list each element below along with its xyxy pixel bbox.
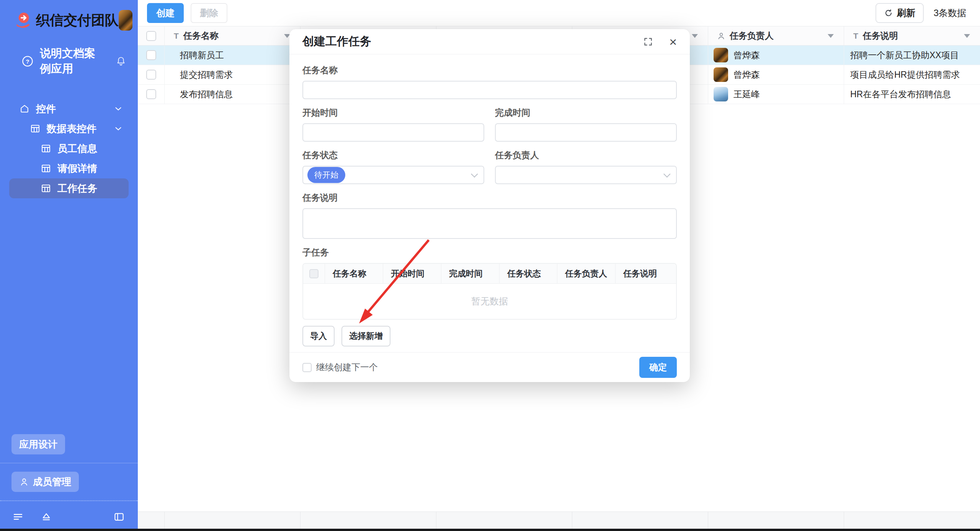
column-header[interactable]: T任务名称 xyxy=(164,26,300,45)
sort-caret-icon[interactable] xyxy=(692,34,698,38)
bell-icon[interactable] xyxy=(116,56,126,67)
column-header[interactable]: 任务负责人 xyxy=(708,26,844,45)
chevron-down-icon xyxy=(471,170,478,177)
app-design-label: 应用设计 xyxy=(19,438,57,451)
start-time-input[interactable] xyxy=(302,123,484,142)
owner-name: 王延峰 xyxy=(733,88,760,100)
field-label-status: 任务状态 xyxy=(302,149,484,161)
sidebar-divider xyxy=(0,463,138,463)
description-cell: 项目成员给HR提供招聘需求 xyxy=(844,65,980,84)
continue-create-checkbox[interactable] xyxy=(302,363,312,372)
task-description: 招聘一个新员工协助XX项目 xyxy=(850,49,959,61)
subtask-column-header: 任务状态 xyxy=(499,264,557,283)
sidebar-item-label: 员工信息 xyxy=(57,142,97,155)
chevron-down-icon[interactable] xyxy=(113,124,123,134)
sidebar-bottom: 应用设计 成员管理 xyxy=(0,434,138,531)
owner-select[interactable] xyxy=(495,166,677,184)
row-checkbox-cell xyxy=(138,65,164,84)
task-name: 提交招聘需求 xyxy=(180,69,233,81)
sidebar: 织信交付团队 ? 说明文档案例应用 控件数据表控件员工信息请假详情工作任务 xyxy=(0,0,138,531)
task-name-cell: 提交招聘需求 xyxy=(164,65,300,84)
select-add-button[interactable]: 选择新增 xyxy=(341,326,390,346)
sidebar-item-work-tasks[interactable]: 工作任务 xyxy=(9,178,129,198)
subtask-column-header: 开始时间 xyxy=(383,264,441,283)
summary-cell xyxy=(844,512,980,531)
row-checkbox[interactable] xyxy=(146,89,156,99)
column-header-label: 任务负责人 xyxy=(730,30,774,42)
refresh-icon xyxy=(884,8,893,18)
sidebar-divider-dashed xyxy=(0,500,138,501)
create-button[interactable]: 创建 xyxy=(147,3,184,23)
task-name-cell: 招聘新员工 xyxy=(164,46,300,65)
text-field-icon: T xyxy=(853,31,858,41)
sort-caret-icon[interactable] xyxy=(964,34,970,38)
import-button[interactable]: 导入 xyxy=(302,326,335,346)
column-header-label: 任务名称 xyxy=(183,30,219,42)
delete-button[interactable]: 删除 xyxy=(191,3,227,23)
select-all-checkbox[interactable] xyxy=(146,31,156,41)
person-icon xyxy=(717,31,726,41)
window-bottom-edge xyxy=(0,529,980,531)
confirm-button[interactable]: 确定 xyxy=(639,357,677,378)
member-manage-button[interactable]: 成员管理 xyxy=(11,472,79,492)
subtask-column-header: 任务说明 xyxy=(615,264,672,283)
owner-cell: 曾烨森 xyxy=(708,65,844,84)
field-label-start-time: 开始时间 xyxy=(302,107,484,119)
sort-caret-icon[interactable] xyxy=(828,34,834,38)
modal-footer: 继续创建下一个 确定 xyxy=(289,352,690,382)
summary-cell xyxy=(138,512,164,531)
subtask-label: 子任务 xyxy=(302,247,677,258)
table-summary-row xyxy=(138,511,980,531)
field-label-description: 任务说明 xyxy=(302,192,677,204)
sidebar-item-label: 请假详情 xyxy=(57,162,97,175)
close-icon[interactable]: × xyxy=(669,35,677,48)
text-field-icon: T xyxy=(174,31,179,41)
toolbar-right: 刷新 3条数据 xyxy=(875,3,971,23)
owner-avatar xyxy=(714,48,728,62)
owner-cell: 王延峰 xyxy=(708,85,844,104)
menu-icon[interactable] xyxy=(12,511,24,523)
sidebar-item-employee-info[interactable]: 员工信息 xyxy=(9,139,129,158)
sidebar-item-datatable-widgets[interactable]: 数据表控件 xyxy=(9,119,129,139)
fullscreen-icon[interactable] xyxy=(643,37,653,47)
team-name: 织信交付团队 xyxy=(36,11,119,30)
sidebar-item-controls[interactable]: 控件 xyxy=(9,99,129,119)
sidebar-item-leave-details[interactable]: 请假详情 xyxy=(9,158,129,178)
summary-cell xyxy=(300,512,436,531)
chevron-down-icon[interactable] xyxy=(113,104,123,114)
task-name-input[interactable] xyxy=(302,81,677,99)
app-switcher[interactable]: ? 说明文档案例应用 xyxy=(0,46,138,77)
app-name: 说明文档案例应用 xyxy=(40,46,104,77)
refresh-button[interactable]: 刷新 xyxy=(875,3,924,23)
table-icon xyxy=(41,143,51,154)
task-description: HR在各平台发布招聘信息 xyxy=(850,88,951,100)
continue-create-label: 继续创建下一个 xyxy=(316,361,378,373)
field-label-end-time: 完成时间 xyxy=(495,107,677,119)
sidebar-logo-row: 织信交付团队 xyxy=(0,0,138,31)
description-textarea[interactable] xyxy=(302,208,677,239)
column-header[interactable]: T任务说明 xyxy=(844,26,980,45)
sidebar-item-label: 数据表控件 xyxy=(47,122,96,136)
subtask-column-header: 完成时间 xyxy=(441,264,499,283)
svg-text:?: ? xyxy=(26,58,29,65)
subtask-table: 任务名称开始时间完成时间任务状态任务负责人任务说明 暂无数据 xyxy=(302,263,677,320)
sidebar-item-label: 控件 xyxy=(36,102,56,116)
collapse-sidebar-icon[interactable] xyxy=(113,511,125,523)
eject-icon[interactable] xyxy=(41,511,52,523)
row-checkbox[interactable] xyxy=(146,50,156,60)
row-checkbox[interactable] xyxy=(146,70,156,80)
sidebar-nav: 控件数据表控件员工信息请假详情工作任务 xyxy=(0,99,138,198)
user-avatar[interactable] xyxy=(119,10,132,31)
field-label-task-name: 任务名称 xyxy=(302,64,677,76)
record-count: 3条数据 xyxy=(934,7,966,19)
end-time-input[interactable] xyxy=(495,123,677,142)
status-select[interactable]: 待开始 xyxy=(302,166,484,184)
app-design-button[interactable]: 应用设计 xyxy=(11,434,65,454)
owner-avatar xyxy=(714,67,728,82)
create-task-modal: 创建工作任务 × 任务名称 开始时间 完成时间 xyxy=(289,29,690,382)
subtask-select-all-checkbox[interactable] xyxy=(309,269,318,278)
status-badge: 待开始 xyxy=(307,167,345,183)
summary-cell xyxy=(436,512,572,531)
toolbar: 创建 删除 刷新 3条数据 xyxy=(138,0,980,26)
task-description: 项目成员给HR提供招聘需求 xyxy=(850,69,960,81)
